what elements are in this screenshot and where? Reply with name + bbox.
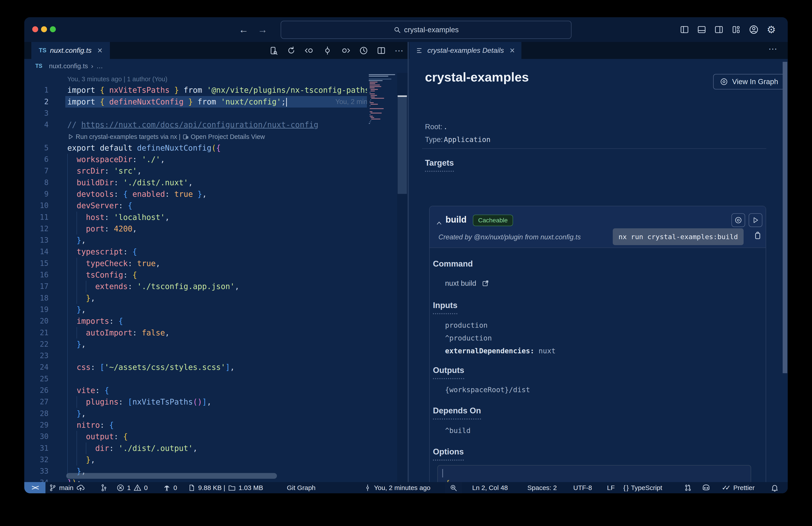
panel-scrollbar-thumb[interactable] — [783, 62, 787, 373]
options-code-line — [446, 469, 751, 478]
minimize-traffic-light[interactable] — [41, 26, 47, 32]
editor-horizontal-scrollbar[interactable] — [66, 473, 277, 479]
forward-icon[interactable]: → — [258, 23, 267, 36]
chevron-right-icon: › — [91, 62, 93, 70]
cursor-position-item[interactable]: Ln 2, Col 48 — [472, 482, 508, 493]
minimap-line — [371, 95, 377, 96]
build-target-header[interactable]: build Cacheable Created by @nx/nuxt/plug… — [430, 206, 766, 248]
line-number: 22 — [24, 339, 48, 350]
codelens-open-details[interactable]: Open Project Details View — [189, 133, 265, 140]
run-target-button[interactable] — [749, 213, 762, 227]
encoding-item[interactable]: UTF-8 — [573, 482, 592, 493]
options-code-editor[interactable]: { "cwd": "."} — [437, 465, 751, 482]
code-token: , — [81, 236, 86, 245]
minimap-line — [371, 98, 384, 99]
search-value: crystal-examples — [404, 26, 459, 34]
customize-layout-icon[interactable] — [731, 25, 741, 34]
timeline-history-icon[interactable] — [359, 46, 368, 55]
view-in-graph-button[interactable]: View In Graph — [713, 74, 785, 89]
minimap[interactable] — [367, 73, 397, 482]
toggle-panel-icon[interactable] — [697, 25, 706, 34]
tab-project-details[interactable]: crystal-examples Details × — [409, 42, 521, 59]
breadcrumb-more[interactable]: … — [97, 62, 103, 70]
split-editor-icon[interactable] — [377, 46, 386, 55]
code-token — [67, 201, 76, 210]
indentation-item[interactable]: Spaces: 2 — [527, 482, 557, 493]
language-mode-item[interactable]: { } TypeScript — [623, 482, 662, 493]
git-graph-item[interactable]: Git Graph — [287, 482, 316, 493]
code-editor[interactable]: You, 3 minutes ago | 1 author (You)1impo… — [24, 73, 408, 482]
code-token: , — [207, 397, 212, 406]
line-content: workspaceDir: './', — [67, 154, 367, 165]
code-token: , — [90, 294, 95, 302]
back-icon[interactable]: ← — [239, 23, 248, 36]
view-target-button[interactable] — [731, 213, 745, 227]
minimap-line — [369, 123, 370, 124]
target-name: build — [446, 215, 467, 225]
line-content: }, — [67, 408, 367, 420]
code-token: , — [235, 282, 240, 291]
branch-name: main — [59, 484, 73, 492]
breadcrumb-file[interactable]: nuxt.config.ts — [49, 62, 88, 70]
line-number: 28 — [24, 408, 48, 420]
line-content: }, — [67, 234, 367, 246]
notifications-item[interactable] — [770, 482, 779, 493]
indent-guide — [67, 350, 68, 361]
code-token: : — [95, 386, 104, 395]
eol-item[interactable]: LF — [607, 482, 615, 493]
code-token — [67, 363, 76, 372]
pull-request-item[interactable] — [684, 482, 692, 493]
toggle-secondary-sidebar-icon[interactable] — [714, 25, 724, 34]
scm-branch-item[interactable]: main — [49, 482, 85, 493]
problems-item[interactable]: 1 0 — [116, 482, 148, 493]
cacheable-badge: Cacheable — [473, 215, 513, 226]
editor-scrollbar-thumb[interactable] — [397, 96, 407, 194]
code-token: '@nx/vite/plugins/nx-tsconfig-paths — [207, 86, 367, 95]
tab-nuxt-config[interactable]: TS nuxt.config.ts × — [31, 42, 110, 59]
line-content: devServer: { — [67, 200, 367, 211]
open-changes-icon[interactable] — [269, 46, 278, 55]
command-center-search[interactable]: crystal-examples — [281, 21, 571, 39]
input-item: externalDependencies: nuxt — [445, 347, 555, 355]
refresh-icon[interactable] — [287, 46, 296, 55]
code-token: , — [165, 213, 170, 222]
line-content: }, — [67, 304, 367, 315]
close-traffic-light[interactable] — [32, 26, 38, 32]
editor-more-actions-icon[interactable]: ⋯ — [394, 45, 403, 56]
line-number: 3 — [24, 108, 48, 119]
output-item: {workspaceRoot}/dist — [445, 386, 530, 394]
blame-item[interactable]: You, 2 minutes ago — [364, 482, 431, 493]
codelens-run-targets[interactable]: Run crystal-examples targets via nx | — [74, 133, 182, 140]
copilot-item[interactable] — [702, 482, 710, 493]
remote-indicator[interactable]: >< — [24, 482, 45, 493]
code-token: } — [76, 236, 81, 245]
code-line: 3 — [24, 108, 408, 119]
external-link-icon[interactable] — [482, 280, 489, 287]
scm-graph-item[interactable] — [100, 482, 108, 493]
command-chip[interactable]: nx run crystal-examples:build — [613, 228, 744, 245]
code-token: { — [100, 97, 109, 106]
indent-guide — [67, 246, 68, 257]
previous-change-icon[interactable] — [304, 46, 314, 55]
formatter-item[interactable]: ✓✓ Prettier — [722, 482, 755, 493]
ports-item[interactable]: 0 — [163, 482, 177, 493]
code-token: { — [132, 247, 137, 256]
panel-more-actions-icon[interactable]: ⋯ — [768, 44, 777, 54]
zoom-indicator-item[interactable] — [445, 482, 462, 493]
next-change-icon[interactable] — [341, 46, 350, 55]
settings-gear-icon[interactable]: ⚙ — [767, 25, 776, 35]
tab-close-icon[interactable]: × — [510, 45, 515, 55]
tab-close-icon[interactable]: × — [97, 45, 102, 55]
toggle-primary-sidebar-icon[interactable] — [680, 25, 689, 34]
maximize-traffic-light[interactable] — [50, 26, 56, 32]
code-token: , — [160, 155, 165, 164]
file-size-item[interactable]: 9.88 KB | 1.03 MB — [188, 482, 263, 493]
copy-icon[interactable] — [753, 231, 762, 240]
account-icon[interactable] — [749, 25, 759, 35]
chevron-up-icon[interactable] — [435, 219, 443, 227]
line-content: output: { — [67, 431, 367, 442]
inline-blame: You, 2 minut — [335, 96, 367, 108]
breadcrumb[interactable]: TS nuxt.config.ts › … — [24, 59, 408, 73]
revert-change-icon[interactable] — [323, 46, 332, 55]
line-content: import { defineNuxtConfig } from 'nuxt/c… — [67, 96, 367, 108]
